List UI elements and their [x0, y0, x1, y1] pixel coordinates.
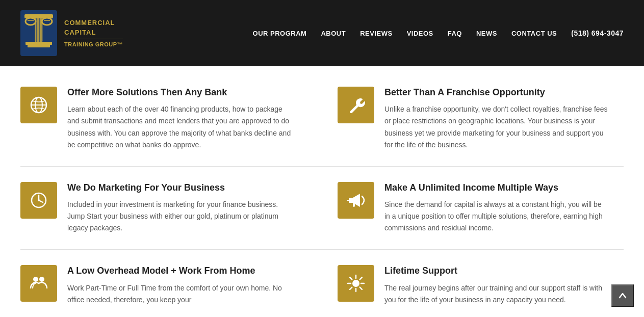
megaphone-icon-box [338, 182, 374, 219]
megaphone-icon [347, 191, 365, 209]
svg-point-26 [352, 280, 359, 287]
chevron-up-icon [617, 290, 628, 301]
logo: COMMERCIAL CAPITAL TRAINING GROUP™ [20, 10, 123, 56]
clock-icon-box [20, 182, 57, 219]
nav-phone[interactable]: (518) 694-3047 [571, 29, 624, 37]
feature-row-1: Offer More Solutions Then Any Bank Learn… [20, 71, 624, 167]
svg-point-24 [33, 277, 38, 282]
main-nav: OUR PROGRAM ABOUT REVIEWS VIDEOS FAQ NEW… [253, 29, 624, 37]
svg-point-20 [38, 199, 40, 201]
people-icon [30, 274, 48, 293]
site-header: COMMERCIAL CAPITAL TRAINING GROUP™ OUR P… [0, 0, 644, 66]
feature-row-3: A Low Overhead Model + Work From Home Wo… [20, 250, 624, 317]
main-content: Offer More Solutions Then Any Bank Learn… [0, 66, 644, 317]
feature-lifetime-support: Lifetime Support The real journey begins… [338, 265, 624, 306]
nav-news[interactable]: NEWS [476, 30, 497, 37]
clock-icon [30, 191, 48, 209]
nav-faq[interactable]: FAQ [448, 30, 462, 37]
nav-about[interactable]: ABOUT [321, 30, 346, 37]
feature-marketing-body: Included in your investment is marketing… [67, 199, 291, 234]
feature-marketing-text: We Do Marketing For Your Business Includ… [67, 182, 291, 234]
nav-videos[interactable]: VIDEOS [407, 30, 433, 37]
svg-rect-11 [28, 45, 50, 47]
feature-unlimited-income: Make A Unlimited Income Multiple Ways Si… [338, 182, 624, 234]
feature-low-overhead-title: A Low Overhead Model + Work From Home [67, 265, 291, 277]
wrench-icon-box [338, 87, 374, 123]
feature-offer-more-body: Learn about each of the over 40 financin… [67, 103, 291, 150]
nav-reviews[interactable]: REVIEWS [360, 30, 392, 37]
nav-contact[interactable]: CONTACT US [511, 30, 557, 37]
feature-row-2: We Do Marketing For Your Business Includ… [20, 167, 624, 250]
feature-low-overhead-body: Work Part-Time or Full Time from the com… [67, 282, 291, 306]
svg-line-34 [350, 287, 352, 289]
feature-marketing: We Do Marketing For Your Business Includ… [20, 182, 306, 234]
feature-low-overhead-text: A Low Overhead Model + Work From Home Wo… [67, 265, 291, 306]
feature-lifetime-support-body: The real journey begins after our traini… [384, 282, 608, 306]
sun-icon [347, 274, 365, 293]
feature-franchise: Better Than A Franchise Opportunity Unli… [338, 87, 624, 151]
svg-rect-23 [353, 203, 355, 207]
feature-franchise-body: Unlike a franchise opportunity, we don't… [384, 103, 608, 150]
people-icon-box [20, 265, 57, 302]
wrench-icon [347, 96, 365, 114]
svg-line-31 [350, 278, 352, 280]
feature-unlimited-income-text: Make A Unlimited Income Multiple Ways Si… [384, 182, 608, 234]
scroll-to-top-button[interactable] [611, 284, 634, 307]
svg-line-32 [360, 287, 362, 289]
nav-our-program[interactable]: OUR PROGRAM [253, 30, 307, 37]
feature-unlimited-income-title: Make A Unlimited Income Multiple Ways [384, 182, 608, 194]
feature-offer-more-title: Offer More Solutions Then Any Bank [67, 87, 291, 98]
row3-divider [322, 265, 322, 306]
feature-franchise-text: Better Than A Franchise Opportunity Unli… [384, 87, 608, 151]
logo-icon [20, 10, 57, 56]
globe-icon-box [20, 87, 57, 123]
logo-text: COMMERCIAL CAPITAL TRAINING GROUP™ [64, 18, 123, 49]
feature-marketing-title: We Do Marketing For Your Business [67, 182, 291, 194]
feature-lifetime-support-title: Lifetime Support [384, 265, 608, 277]
row2-divider [322, 182, 322, 234]
globe-icon [30, 96, 48, 114]
feature-franchise-title: Better Than A Franchise Opportunity [384, 87, 608, 98]
feature-offer-more: Offer More Solutions Then Any Bank Learn… [20, 87, 306, 151]
feature-offer-more-text: Offer More Solutions Then Any Bank Learn… [67, 87, 291, 151]
feature-lifetime-support-text: Lifetime Support The real journey begins… [384, 265, 608, 306]
feature-unlimited-income-body: Since the demand for capital is always a… [384, 199, 608, 234]
row1-divider [322, 87, 322, 151]
svg-point-25 [39, 277, 44, 282]
svg-line-33 [360, 278, 362, 280]
feature-low-overhead: A Low Overhead Model + Work From Home Wo… [20, 265, 306, 306]
sun-icon-box [338, 265, 374, 302]
svg-rect-10 [25, 42, 52, 45]
